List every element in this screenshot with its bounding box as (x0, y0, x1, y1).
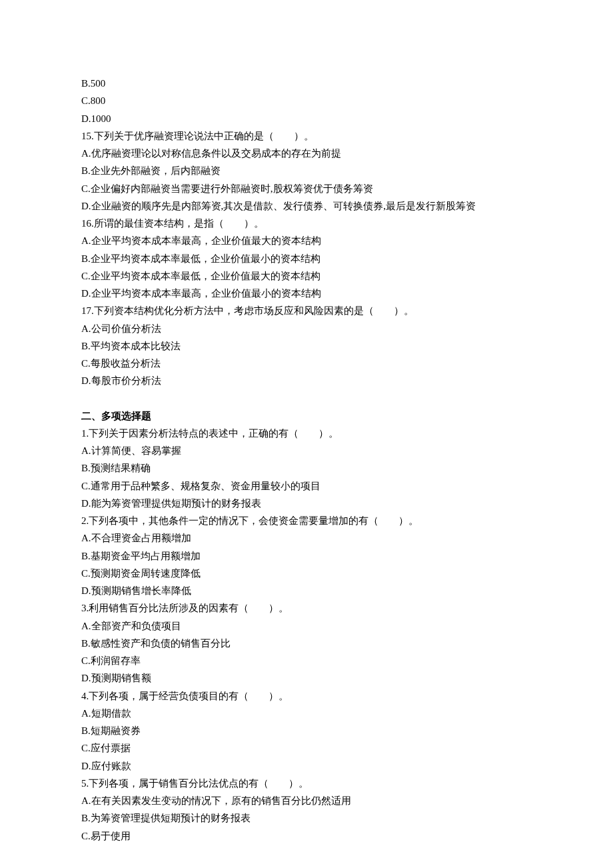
q16-option-a: A.企业平均资本成本率最高，企业价值最大的资本结构 (81, 232, 532, 249)
s2-q1-option-a: A.计算简便、容易掌握 (81, 442, 532, 459)
s2-q3-option-a: A.全部资产和负债项目 (81, 617, 532, 635)
q16-option-d: D.企业平均资本成本率最高，企业价值最小的资本结构 (81, 285, 532, 302)
s2-q2-option-a: A.不合理资金占用额增加 (81, 529, 532, 547)
q16-stem: 16.所谓的最佳资本结构，是指（ ）。 (81, 215, 532, 232)
q17-option-b: B.平均资本成本比较法 (81, 337, 532, 355)
s2-q3-option-b: B.敏感性资产和负债的销售百分比 (81, 635, 532, 652)
q17-option-c: C.每股收益分析法 (81, 355, 532, 372)
s2-q3-option-d: D.预测期销售额 (81, 669, 532, 687)
s2-q2-option-d: D.预测期销售增长率降低 (81, 582, 532, 599)
q17-option-d: D.每股市价分析法 (81, 372, 532, 389)
q15-option-b: B.企业先外部融资，后内部融资 (81, 162, 532, 179)
s2-q5-stem: 5.下列各项，属于销售百分比法优点的有（ ）。 (81, 775, 532, 792)
s2-q1-option-b: B.预测结果精确 (81, 459, 532, 477)
q14-option-d: D.1000 (81, 110, 532, 127)
s2-q5-option-c: C.易于使用 (81, 827, 532, 845)
s2-q4-option-b: B.短期融资券 (81, 722, 532, 739)
q14-option-c: C.800 (81, 92, 532, 109)
q15-option-c: C.企业偏好内部融资当需要进行外部融资时,股权筹资优于债务筹资 (81, 180, 532, 197)
s2-q2-option-b: B.基期资金平均占用额增加 (81, 547, 532, 565)
s2-q3-stem: 3.利用销售百分比法所涉及的因素有（ ）。 (81, 599, 532, 617)
s2-q5-option-a: A.在有关因素发生变动的情况下，原有的销售百分比仍然适用 (81, 792, 532, 809)
s2-q4-option-a: A.短期借款 (81, 705, 532, 722)
q16-option-b: B.企业平均资本成本率最低，企业价值最小的资本结构 (81, 250, 532, 267)
q15-option-d: D.企业融资的顺序先是内部筹资,其次是借款、发行债券、可转换债券,最后是发行新股… (81, 197, 532, 215)
s2-q2-option-c: C.预测期资金周转速度降低 (81, 565, 532, 582)
q14-option-b: B.500 (81, 75, 532, 92)
s2-q1-option-d: D.能为筹资管理提供短期预计的财务报表 (81, 495, 532, 512)
section2-heading: 二、多项选择题 (81, 407, 532, 425)
q15-option-a: A.优序融资理论以对称信息条件以及交易成本的存在为前提 (81, 145, 532, 162)
s2-q4-option-d: D.应付账款 (81, 757, 532, 775)
q17-stem: 17.下列资本结构优化分析方法中，考虑市场反应和风险因素的是（ ）。 (81, 302, 532, 319)
q16-option-c: C.企业平均资本成本率最低，企业价值最大的资本结构 (81, 267, 532, 285)
s2-q2-stem: 2.下列各项中，其他条件一定的情况下，会使资金需要量增加的有（ ）。 (81, 512, 532, 529)
s2-q4-option-c: C.应付票据 (81, 739, 532, 757)
s2-q3-option-c: C.利润留存率 (81, 652, 532, 669)
s2-q5-option-b: B.为筹资管理提供短期预计的财务报表 (81, 809, 532, 827)
s2-q1-stem: 1.下列关于因素分析法特点的表述中，正确的有（ ）。 (81, 425, 532, 442)
q17-option-a: A.公司价值分析法 (81, 320, 532, 337)
s2-q1-option-c: C.通常用于品种繁多、规格复杂、资金用量较小的项目 (81, 477, 532, 495)
s2-q4-stem: 4.下列各项，属于经营负债项目的有（ ）。 (81, 687, 532, 705)
q15-stem: 15.下列关于优序融资理论说法中正确的是（ ）。 (81, 127, 532, 145)
